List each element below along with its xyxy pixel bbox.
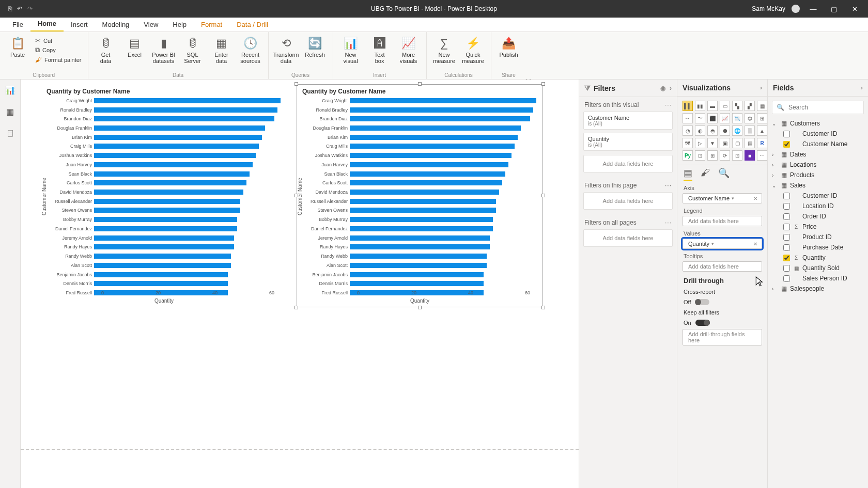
remove-icon[interactable]: ✕ <box>750 196 757 201</box>
viz-type-icon[interactable]: ▢ <box>732 138 742 148</box>
close-button[interactable]: ✕ <box>847 5 862 13</box>
table-row[interactable]: ›▦Salespeople <box>770 284 866 294</box>
more-visuals-button[interactable]: 📈More visuals <box>396 34 421 64</box>
remove-icon[interactable]: ✕ <box>750 241 757 247</box>
menu-view[interactable]: View <box>136 19 165 32</box>
tooltips-dropwell[interactable]: Add data fields here <box>683 261 762 272</box>
legend-dropwell[interactable]: Add data fields here <box>683 216 762 226</box>
focus-icon[interactable]: ⛶ <box>525 80 532 82</box>
viz-type-icon[interactable]: ⏣ <box>745 113 755 123</box>
viz-type-icon[interactable]: ▬ <box>707 101 718 111</box>
menu-modeling[interactable]: Modeling <box>95 19 137 32</box>
data-view-button[interactable]: ▦ <box>4 105 17 118</box>
field-checkbox[interactable] <box>783 265 790 272</box>
chevron-down-icon[interactable]: ▾ <box>730 196 736 201</box>
viz-type-icon[interactable]: R <box>757 138 767 148</box>
axis-field-pill[interactable]: Customer Name▾✕ <box>683 193 762 203</box>
filters-header[interactable]: ⧩ Filters ◉ › <box>579 80 677 97</box>
user-name[interactable]: Sam McKay <box>752 5 785 12</box>
transform-data-button[interactable]: ⟲Transform data <box>274 34 299 64</box>
viz-type-icon[interactable]: 🗺 <box>683 138 693 148</box>
text-box-button[interactable]: 🅰Text box <box>367 34 392 64</box>
viz-type-icon[interactable]: ▤ <box>745 138 755 148</box>
field-checkbox[interactable] <box>783 131 790 137</box>
viz-type-icon[interactable]: ◐ <box>695 125 705 136</box>
field-row[interactable]: Location ID <box>770 201 866 211</box>
table-row[interactable]: ⌄▦Customers <box>770 118 866 129</box>
fields-tab-icon[interactable]: ▤ <box>684 167 692 181</box>
menu-help[interactable]: Help <box>165 19 194 32</box>
add-filter-visual[interactable]: Add data fields here <box>583 155 673 172</box>
chevron-down-icon[interactable]: ▾ <box>709 241 716 246</box>
viz-type-icon[interactable]: ■ <box>745 150 755 161</box>
viz-type-icon[interactable]: ▼ <box>707 138 718 148</box>
enter-data-button[interactable]: ▦Enter data <box>209 34 234 64</box>
field-row[interactable]: Purchase Date <box>770 242 866 253</box>
viz-type-icon[interactable]: 📉 <box>732 113 742 123</box>
viz-type-icon[interactable]: ▮▮ <box>695 101 705 111</box>
undo-icon[interactable]: ↶ <box>17 5 22 12</box>
bar-chart-visual[interactable]: ⧩⛶···Quantity by Customer NameCustomer N… <box>297 85 542 307</box>
table-row[interactable]: ›▦Products <box>770 170 866 180</box>
publish-button[interactable]: 📤Publish <box>497 34 521 58</box>
viz-type-icon[interactable]: ▣ <box>720 138 730 148</box>
filter-icon[interactable]: ⧩ <box>515 80 521 82</box>
field-checkbox[interactable] <box>783 234 790 241</box>
analytics-tab-icon[interactable]: 🔍 <box>718 167 730 181</box>
viz-type-icon[interactable]: ⋯ <box>757 150 767 161</box>
menu-format[interactable]: Format <box>194 19 229 32</box>
viz-type-icon[interactable]: ◔ <box>683 125 693 136</box>
cut-button[interactable]: ✂Cut <box>34 36 83 45</box>
more-icon[interactable]: ··· <box>665 219 672 226</box>
copy-button[interactable]: ⧉Copy <box>34 45 83 55</box>
viz-type-icon[interactable]: ◓ <box>707 125 718 136</box>
viz-type-icon[interactable]: ▭ <box>720 101 730 111</box>
menu-data-drill[interactable]: Data / Drill <box>229 19 275 32</box>
viz-type-icon[interactable]: Py <box>683 150 693 161</box>
field-checkbox[interactable] <box>783 193 790 199</box>
format-tab-icon[interactable]: 🖌 <box>701 167 710 181</box>
field-checkbox[interactable] <box>783 203 790 210</box>
fields-search-input[interactable] <box>787 103 867 112</box>
add-filter-page[interactable]: Add data fields here <box>583 192 673 210</box>
format-painter-button[interactable]: 🖌Format painter <box>34 55 83 64</box>
viz-type-icon[interactable]: ⊡ <box>695 150 705 161</box>
fields-search[interactable]: 🔍 <box>772 101 864 114</box>
field-checkbox[interactable] <box>783 244 790 251</box>
autosave-icon[interactable]: ⎘ <box>8 5 12 12</box>
filter-card[interactable]: Quantityis (All) <box>583 133 673 151</box>
new-measure-button[interactable]: ∑New measure <box>432 34 457 64</box>
new-visual-button[interactable]: 📊New visual <box>338 34 363 64</box>
viz-type-icon[interactable]: 〰 <box>683 113 693 123</box>
eye-icon[interactable]: ◉ <box>660 85 665 92</box>
viz-type-icon[interactable]: ⊞ <box>707 150 718 161</box>
field-row[interactable]: Customer ID <box>770 191 866 201</box>
viz-type-icon[interactable]: 🌐 <box>732 125 742 136</box>
table-row[interactable]: ⌄▦Sales <box>770 180 866 191</box>
viz-type-icon[interactable]: ▌▌ <box>683 101 693 111</box>
model-view-button[interactable]: ⌸ <box>4 127 17 139</box>
maximize-button[interactable]: ▢ <box>827 5 841 13</box>
viz-type-icon[interactable]: ▒ <box>745 125 755 136</box>
keep-filters-toggle[interactable] <box>695 320 710 326</box>
table-row[interactable]: ›▦Locations <box>770 160 866 170</box>
visualizations-header[interactable]: Visualizations› <box>677 80 767 97</box>
menu-insert[interactable]: Insert <box>64 19 95 32</box>
viz-type-icon[interactable]: 〜 <box>695 113 705 123</box>
quick-measure-button[interactable]: ⚡Quick measure <box>461 34 486 64</box>
viz-type-icon[interactable]: ⟳ <box>720 150 730 161</box>
field-row[interactable]: ΣQuantity <box>770 253 866 263</box>
bar-chart-visual[interactable]: Quantity by Customer NameCustomer NameCr… <box>41 85 287 307</box>
viz-type-icon[interactable]: ▦ <box>757 101 767 111</box>
value-field-pill[interactable]: Quantity▾✕ <box>683 239 762 249</box>
collapse-icon[interactable]: › <box>670 85 672 92</box>
menu-home[interactable]: Home <box>30 18 64 32</box>
collapse-icon[interactable]: › <box>760 84 762 91</box>
viz-type-icon[interactable]: ▚ <box>732 101 742 111</box>
field-checkbox[interactable] <box>783 213 790 220</box>
cross-report-toggle[interactable] <box>695 299 709 305</box>
excel-button[interactable]: ▤Excel <box>122 34 147 58</box>
collapse-icon[interactable]: › <box>861 84 863 91</box>
user-avatar[interactable] <box>792 5 800 13</box>
field-checkbox[interactable] <box>783 141 790 148</box>
